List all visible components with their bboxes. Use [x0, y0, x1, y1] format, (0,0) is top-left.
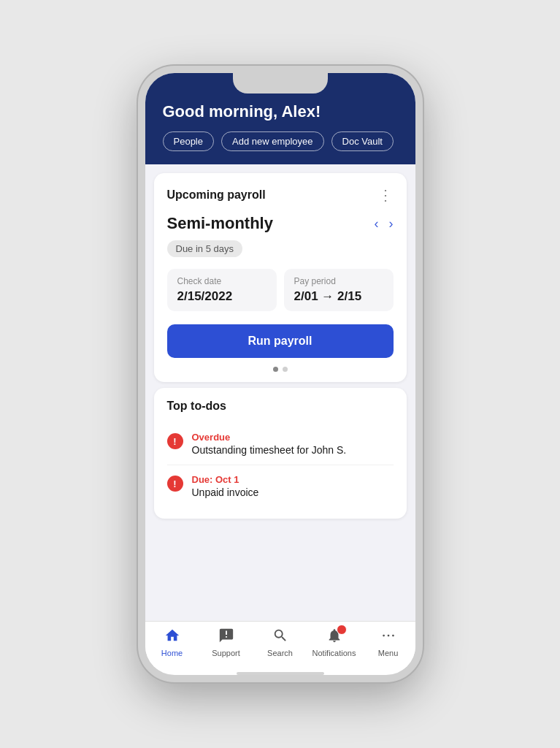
search-icon-wrapper [272, 627, 288, 646]
nav-item-support[interactable]: Support [199, 627, 253, 657]
support-icon-wrapper [218, 627, 234, 646]
pay-period-value: 2/01 → 2/15 [294, 289, 383, 304]
carousel-dot-2 [283, 367, 288, 372]
todos-title: Top to-dos [167, 400, 394, 413]
payroll-type-label: Semi-monthly [167, 214, 273, 233]
main-content: Upcoming payroll ⋮ Semi-monthly ‹ › Due … [145, 164, 415, 621]
todo-item-2[interactable]: ! Due: Oct 1 Unpaid invoice [167, 465, 394, 507]
pay-period-label: Pay period [294, 276, 383, 286]
search-icon [272, 627, 288, 644]
payroll-next-arrow[interactable]: › [389, 216, 394, 232]
check-date-label: Check date [177, 276, 266, 286]
menu-nav-label: Menu [378, 649, 399, 657]
todo-content-1: Overdue Outstanding timesheet for John S… [192, 432, 347, 456]
payroll-card-title: Upcoming payroll [167, 188, 266, 202]
payroll-type-row: Semi-monthly ‹ › [167, 214, 394, 233]
quick-action-doc-vault[interactable]: Doc Vault [331, 131, 394, 151]
phone-notch [233, 73, 328, 94]
nav-item-notifications[interactable]: Notifications [307, 627, 361, 657]
todo-status-1: Overdue [192, 432, 347, 443]
notification-badge [337, 625, 347, 635]
run-payroll-button[interactable]: Run payroll [167, 324, 394, 358]
notifications-nav-label: Notifications [312, 649, 356, 657]
payroll-card-header: Upcoming payroll ⋮ [167, 186, 394, 204]
support-nav-label: Support [212, 649, 240, 657]
payroll-more-menu-icon[interactable]: ⋮ [378, 186, 394, 204]
quick-action-people[interactable]: People [163, 131, 214, 151]
bottom-nav: Home Support Search [145, 621, 415, 669]
notifications-icon-wrapper [326, 627, 342, 646]
carousel-dot-1 [273, 367, 278, 372]
nav-item-menu[interactable]: Menu [361, 627, 415, 657]
nav-item-home[interactable]: Home [145, 627, 199, 657]
nav-item-search[interactable]: Search [253, 627, 307, 657]
todo-item-1[interactable]: ! Overdue Outstanding timesheet for John… [167, 423, 394, 465]
dates-row: Check date 2/15/2022 Pay period 2/01 → 2… [167, 269, 394, 311]
home-indicator [237, 672, 324, 675]
quick-actions-row: People Add new employee Doc Vault [163, 131, 398, 151]
todo-content-2: Due: Oct 1 Unpaid invoice [192, 474, 259, 498]
pay-period-box: Pay period 2/01 → 2/15 [284, 269, 394, 311]
home-nav-label: Home [161, 649, 183, 657]
menu-icon [380, 627, 396, 644]
todo-status-2: Due: Oct 1 [192, 474, 259, 485]
quick-action-add-employee[interactable]: Add new employee [221, 131, 324, 151]
check-date-value: 2/15/2022 [177, 289, 266, 304]
home-icon-wrapper [164, 627, 180, 646]
check-date-box: Check date 2/15/2022 [167, 269, 277, 311]
todo-description-1: Outstanding timesheet for John S. [192, 444, 347, 456]
payroll-nav-arrows: ‹ › [375, 216, 394, 232]
due-badge: Due in 5 days [167, 240, 243, 257]
carousel-dots [167, 367, 394, 372]
greeting-text: Good morning, Alex! [163, 102, 398, 121]
todo-alert-icon-2: ! [167, 476, 183, 492]
payroll-prev-arrow[interactable]: ‹ [375, 216, 379, 232]
home-icon [164, 627, 180, 644]
menu-icon-wrapper [380, 627, 396, 646]
svg-point-0 [383, 635, 385, 637]
svg-point-2 [392, 635, 394, 637]
todo-description-2: Unpaid invoice [192, 486, 259, 498]
support-icon [218, 627, 234, 644]
svg-point-1 [387, 635, 389, 637]
search-nav-label: Search [267, 649, 293, 657]
todos-card: Top to-dos ! Overdue Outstanding timeshe… [154, 388, 407, 519]
todo-alert-icon-1: ! [167, 433, 183, 449]
phone-frame: Good morning, Alex! People Add new emplo… [138, 66, 423, 682]
payroll-card: Upcoming payroll ⋮ Semi-monthly ‹ › Due … [154, 173, 407, 382]
